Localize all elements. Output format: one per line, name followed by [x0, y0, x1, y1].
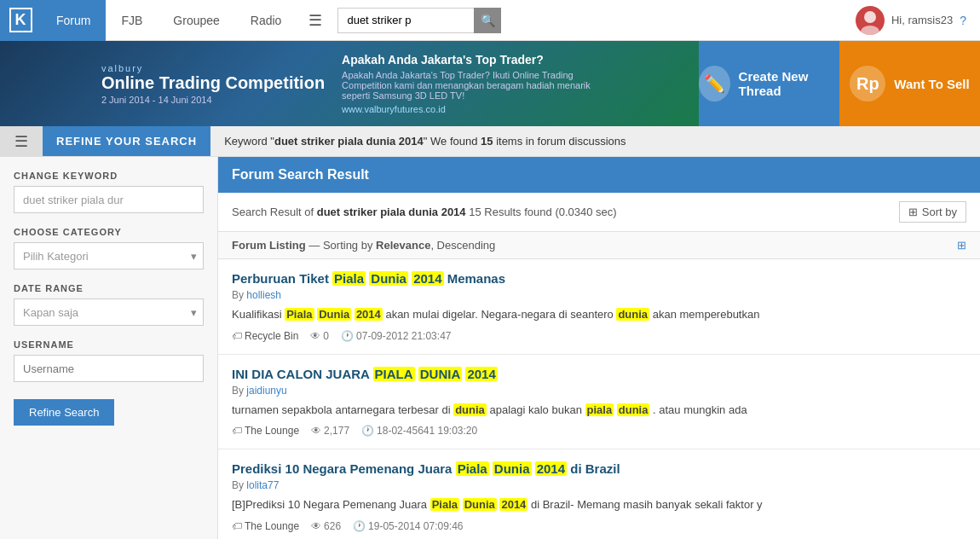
- tag-icon: 🏷: [232, 330, 242, 342]
- sell-icon: Rp: [850, 66, 885, 101]
- refine-toggle-button[interactable]: ☰: [0, 126, 43, 156]
- search-button[interactable]: 🔍: [474, 8, 501, 33]
- help-icon[interactable]: ?: [960, 14, 966, 27]
- banner-tagline: Apakah Anda Jakarta's Top Trader?: [342, 53, 597, 67]
- sidebar: CHANGE KEYWORD CHOOSE CATEGORY Pilih Kat…: [0, 157, 218, 539]
- result-author: By jaidiunyu: [232, 385, 966, 397]
- result-meta: 🏷 The Lounge 👁 2,177 🕐 18-02-45641 19:03…: [232, 425, 966, 437]
- banner-desc: Apakah Anda Jakarta's Top Trader? Ikuti …: [342, 70, 597, 101]
- result-item: Prediksi 10 Negara Pemenang Juara Piala …: [218, 449, 980, 539]
- refine-bar: ☰ REFINE YOUR SEARCH Keyword "duet strik…: [0, 126, 980, 157]
- create-thread-icon: ✏️: [699, 66, 730, 101]
- category-select[interactable]: Pilih Kategori: [14, 242, 204, 270]
- clock-icon: 🕐: [353, 520, 366, 532]
- tag-icon: 🏷: [232, 520, 242, 532]
- nav-right: Hi, ramsis23 ?: [856, 6, 980, 35]
- result-title: Prediksi 10 Negara Pemenang Juara Piala …: [232, 461, 966, 476]
- result-count: 15: [481, 135, 493, 148]
- navbar: K Forum FJB Groupee Radio ☰ 🔍 Hi, ramsis…: [0, 0, 980, 41]
- create-thread-button[interactable]: ✏️ Create New Thread: [699, 41, 839, 126]
- nav-item-groupee[interactable]: Groupee: [158, 0, 234, 41]
- sidebar-daterange-section: DATE RANGE Kapan saja: [14, 283, 204, 326]
- clock-icon: 🕐: [361, 425, 374, 437]
- result-title-link[interactable]: Prediksi 10 Negara Pemenang Juara Piala …: [232, 461, 620, 476]
- nav-item-forum[interactable]: Forum: [41, 0, 106, 41]
- sort-options-icon[interactable]: ⊞: [957, 239, 966, 252]
- sidebar-username-label: USERNAME: [14, 339, 204, 350]
- author-link[interactable]: holliesh: [246, 289, 281, 301]
- sidebar-keyword-label: CHANGE KEYWORD: [14, 171, 204, 181]
- refine-label: REFINE YOUR SEARCH: [43, 126, 210, 156]
- result-meta: 🏷 Recycle Bin 👁 0 🕐 07-09-2012 21:03:47: [232, 330, 966, 342]
- username-input[interactable]: [14, 355, 204, 382]
- views-icon: 👁: [310, 330, 320, 342]
- nav-item-fjb[interactable]: FJB: [106, 0, 158, 41]
- views-icon: 👁: [311, 425, 321, 437]
- sidebar-daterange-label: DATE RANGE: [14, 283, 204, 293]
- sorting-info: Forum Listing — Sorting by Relevance, De…: [218, 232, 980, 259]
- avatar: [856, 6, 885, 35]
- logo-text: K: [9, 8, 32, 32]
- search-keyword: duet striker piala dunia 2014: [274, 135, 424, 148]
- meta-keyword: duet striker piala dunia 2014: [317, 206, 466, 218]
- search-form: 🔍: [337, 8, 501, 33]
- results-area: Forum Search Result Search Result of due…: [218, 157, 980, 539]
- main-layout: CHANGE KEYWORD CHOOSE CATEGORY Pilih Kat…: [0, 157, 980, 539]
- banner-site: www.valburyfutures.co.id: [342, 104, 597, 114]
- nav-logo[interactable]: K: [0, 0, 41, 41]
- result-meta: 🏷 The Lounge 👁 626 🕐 19-05-2014 07:09:46: [232, 520, 966, 532]
- author-link[interactable]: jaidiunyu: [246, 385, 286, 397]
- clock-icon: 🕐: [341, 330, 354, 342]
- svg-point-0: [864, 11, 876, 23]
- refine-search-button[interactable]: Refine Search: [14, 399, 114, 426]
- views-icon: 👁: [311, 520, 321, 532]
- sidebar-username-section: USERNAME: [14, 339, 204, 382]
- want-to-sell-button[interactable]: Rp Want To Sell: [839, 41, 980, 126]
- result-item: INI DIA CALON JUARA PIALA DUNIA 2014 By …: [218, 355, 980, 450]
- results-header: Forum Search Result: [218, 157, 980, 193]
- result-title-link[interactable]: INI DIA CALON JUARA PIALA DUNIA 2014: [232, 367, 498, 381]
- sidebar-keyword-section: CHANGE KEYWORD: [14, 171, 204, 213]
- result-item: Perburuan Tiket Piala Dunia 2014 Memanas…: [218, 259, 980, 355]
- hamburger-icon[interactable]: ☰: [297, 0, 334, 41]
- search-input[interactable]: [337, 8, 474, 33]
- result-author: By holliesh: [232, 289, 966, 301]
- refine-keyword-bar: Keyword "duet striker piala dunia 2014" …: [210, 126, 980, 156]
- banner-subtitle: 2 Juni 2014 - 14 Juni 2014: [101, 95, 325, 105]
- daterange-select-wrapper: Kapan saja: [14, 298, 204, 326]
- category-link[interactable]: The Lounge: [245, 425, 299, 437]
- nav-item-radio[interactable]: Radio: [235, 0, 297, 41]
- banner-image: valbury Online Trading Competition 2 Jun…: [0, 41, 699, 126]
- banner-title: Online Trading Competition: [101, 73, 325, 93]
- category-link[interactable]: The Lounge: [245, 520, 299, 532]
- author-link[interactable]: lolita77: [246, 479, 279, 491]
- relevance-label: Relevance: [376, 239, 430, 252]
- banner-actions: ✏️ Create New Thread Rp Want To Sell: [699, 41, 980, 126]
- result-author: By lolita77: [232, 479, 966, 491]
- nav-username: Hi, ramsis23: [891, 14, 953, 26]
- sidebar-category-label: CHOOSE CATEGORY: [14, 227, 204, 237]
- result-title-link[interactable]: Perburuan Tiket Piala Dunia 2014 Memanas: [232, 271, 505, 286]
- result-excerpt: Kualifikasi Piala Dunia 2014 akan mulai …: [232, 306, 966, 323]
- category-select-wrapper: Pilih Kategori: [14, 242, 204, 270]
- svg-point-1: [861, 26, 879, 35]
- forum-listing-label: Forum Listing: [232, 239, 306, 252]
- daterange-select[interactable]: Kapan saja: [14, 298, 204, 326]
- result-title: Perburuan Tiket Piala Dunia 2014 Memanas: [232, 271, 966, 286]
- sidebar-category-section: CHOOSE CATEGORY Pilih Kategori: [14, 227, 204, 270]
- result-excerpt: turnamen sepakbola antarnegara terbesar …: [232, 402, 966, 419]
- result-title: INI DIA CALON JUARA PIALA DUNIA 2014: [232, 367, 966, 381]
- results-meta-text: Search Result of duet striker piala duni…: [232, 206, 617, 218]
- results-meta: Search Result of duet striker piala duni…: [218, 193, 980, 232]
- tag-icon: 🏷: [232, 425, 242, 437]
- result-excerpt: [B]Prediksi 10 Negara Pemenang Juara Pia…: [232, 496, 966, 513]
- sort-button[interactable]: ⊞ Sort by: [899, 201, 966, 223]
- banner: valbury Online Trading Competition 2 Jun…: [0, 41, 980, 126]
- sort-grid-icon: ⊞: [908, 206, 918, 218]
- category-link[interactable]: Recycle Bin: [245, 330, 298, 342]
- keyword-input[interactable]: [14, 186, 204, 213]
- banner-brand: valbury: [101, 63, 325, 73]
